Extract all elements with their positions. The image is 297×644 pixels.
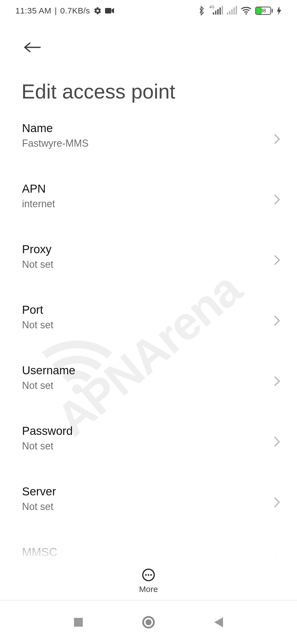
status-right: 4G 38 xyxy=(198,6,282,15)
row-value: Fastwyre-MMS xyxy=(22,138,264,149)
chevron-right-icon xyxy=(273,315,280,326)
back-button[interactable] xyxy=(21,36,43,58)
charging-icon xyxy=(277,6,282,15)
battery-icon: 38 xyxy=(255,7,273,15)
row-label: Proxy xyxy=(22,243,264,256)
chevron-right-icon xyxy=(273,436,280,447)
row-password[interactable]: Password Not set xyxy=(0,415,297,468)
svg-point-6 xyxy=(148,574,149,576)
row-label: APN xyxy=(22,182,264,195)
row-label: Name xyxy=(22,122,264,135)
row-label: Password xyxy=(22,424,264,438)
svg-point-1 xyxy=(245,13,247,15)
bluetooth-icon xyxy=(198,6,205,15)
status-bar: 11:35 AM | 0.7KB/s 4G 38 xyxy=(0,0,297,21)
svg-point-5 xyxy=(145,574,147,576)
page-title: Edit access point xyxy=(0,58,297,103)
row-label: Server xyxy=(22,485,264,498)
nav-back-button[interactable] xyxy=(213,616,224,628)
row-username[interactable]: Username Not set xyxy=(0,354,297,408)
arrow-left-icon xyxy=(24,41,41,53)
chevron-right-icon xyxy=(273,254,280,266)
chevron-right-icon xyxy=(273,194,280,205)
settings-list: Name Fastwyre-MMS APN internet Proxy Not… xyxy=(0,112,297,562)
row-value: Not set xyxy=(22,380,264,391)
row-value: Not set xyxy=(22,440,264,452)
wifi-icon xyxy=(241,7,251,15)
system-nav-bar xyxy=(0,600,297,644)
row-port[interactable]: Port Not set xyxy=(0,294,297,347)
signal-sim2-icon xyxy=(227,7,237,15)
chevron-right-icon xyxy=(273,496,280,508)
row-value: Not set xyxy=(22,259,264,270)
more-label: More xyxy=(139,585,158,594)
status-time: 11:35 AM xyxy=(15,6,51,15)
row-value: Not set xyxy=(22,501,264,512)
more-button[interactable]: More xyxy=(139,568,158,594)
camera-icon xyxy=(105,7,114,14)
chevron-right-icon xyxy=(273,133,280,145)
chevron-right-icon xyxy=(273,375,280,387)
svg-point-7 xyxy=(150,574,152,576)
svg-point-10 xyxy=(145,619,152,625)
nav-home-button[interactable] xyxy=(141,615,156,629)
row-label: Username xyxy=(22,364,264,377)
row-value: Not set xyxy=(22,319,264,331)
row-proxy[interactable]: Proxy Not set xyxy=(0,233,297,287)
status-datarate: 0.7KB/s xyxy=(60,6,90,15)
status-left: 11:35 AM | 0.7KB/s xyxy=(15,6,114,15)
row-apn[interactable]: APN internet xyxy=(0,173,297,226)
status-separator: | xyxy=(55,6,57,15)
battery-percent: 38 xyxy=(256,7,270,14)
row-label: Port xyxy=(22,303,264,316)
svg-rect-0 xyxy=(105,8,111,13)
gear-icon xyxy=(94,7,102,15)
nav-recent-button[interactable] xyxy=(73,617,84,628)
svg-rect-8 xyxy=(74,618,83,627)
bottom-action-bar: More xyxy=(0,562,297,600)
more-icon xyxy=(142,568,155,582)
row-name[interactable]: Name Fastwyre-MMS xyxy=(0,112,297,166)
row-value: internet xyxy=(22,198,264,210)
